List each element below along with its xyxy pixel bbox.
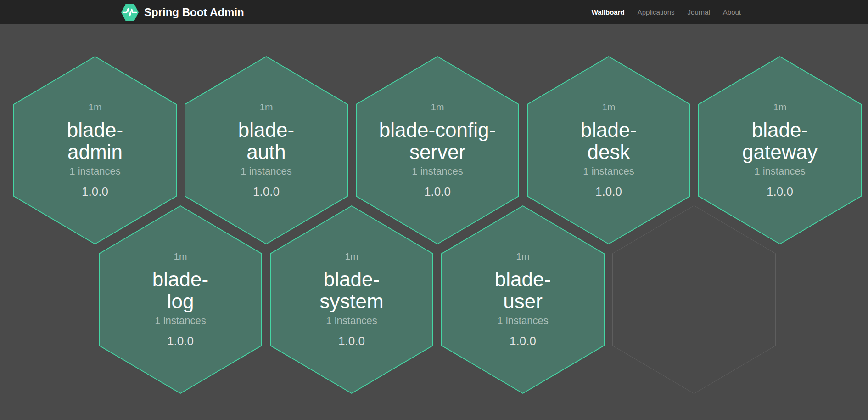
app-name: blade-system	[319, 268, 383, 312]
version-label: 1.0.0	[82, 185, 108, 199]
uptime-label: 1m	[88, 102, 101, 113]
app-name: blade-auth	[238, 119, 294, 163]
nav-link[interactable]: Journal	[681, 8, 717, 16]
app-name: blade-log	[152, 268, 208, 312]
app-name: blade-gateway	[742, 119, 818, 163]
pulse-hexagon-logo-icon	[121, 3, 139, 22]
uptime-label: 1m	[259, 102, 273, 113]
instances-label: 1 instances	[69, 165, 120, 177]
version-label: 1.0.0	[595, 185, 622, 199]
version-label: 1.0.0	[424, 185, 451, 199]
brand-title: Spring Boot Admin	[144, 6, 244, 19]
version-label: 1.0.0	[338, 334, 365, 348]
hexagon-content: 1m blade-system 1 instances 1.0.0	[270, 205, 433, 394]
brand-link[interactable]: Spring Boot Admin	[121, 3, 244, 22]
instances-label: 1 instances	[241, 165, 291, 177]
version-label: 1.0.0	[167, 334, 194, 348]
version-label: 1.0.0	[767, 185, 793, 199]
uptime-label: 1m	[345, 251, 358, 262]
instances-label: 1 instances	[326, 315, 377, 327]
instances-label: 1 instances	[754, 165, 805, 177]
app-name: blade-desk	[581, 119, 637, 163]
instances-label: 1 instances	[497, 315, 548, 327]
navbar: Spring Boot Admin WallboardApplicationsJ…	[0, 0, 868, 24]
hexagon-content: 1m blade-user 1 instances 1.0.0	[441, 205, 605, 394]
nav-links: WallboardApplicationsJournalAbout	[585, 8, 747, 16]
nav-link[interactable]: Applications	[631, 8, 681, 16]
instances-label: 1 instances	[583, 165, 634, 177]
uptime-label: 1m	[773, 102, 786, 113]
uptime-label: 1m	[431, 102, 444, 113]
uptime-label: 1m	[174, 251, 187, 262]
version-label: 1.0.0	[510, 334, 536, 348]
app-hexagon[interactable]: 1m blade-user 1 instances 1.0.0	[441, 205, 605, 394]
wallboard-stage: 1m blade-admin 1 instances 1.0.0 1m blad…	[0, 24, 868, 420]
navbar-inner: Spring Boot Admin WallboardApplicationsJ…	[121, 3, 747, 22]
app-name: blade-user	[495, 268, 551, 312]
hexagon-fill	[613, 206, 775, 393]
nav-link[interactable]: Wallboard	[585, 8, 631, 16]
app-name: blade-admin	[67, 119, 123, 163]
app-hexagon[interactable]: 1m blade-log 1 instances 1.0.0	[99, 205, 262, 394]
app-name: blade-config-server	[379, 119, 496, 163]
nav-link[interactable]: About	[717, 8, 747, 16]
empty-hexagon-slot	[612, 205, 776, 394]
uptime-label: 1m	[602, 102, 615, 113]
instances-label: 1 instances	[155, 315, 206, 327]
hexagon-content: 1m blade-log 1 instances 1.0.0	[99, 205, 262, 394]
version-label: 1.0.0	[253, 185, 280, 199]
uptime-label: 1m	[516, 251, 529, 262]
instances-label: 1 instances	[412, 165, 463, 177]
app-hexagon[interactable]: 1m blade-system 1 instances 1.0.0	[270, 205, 433, 394]
